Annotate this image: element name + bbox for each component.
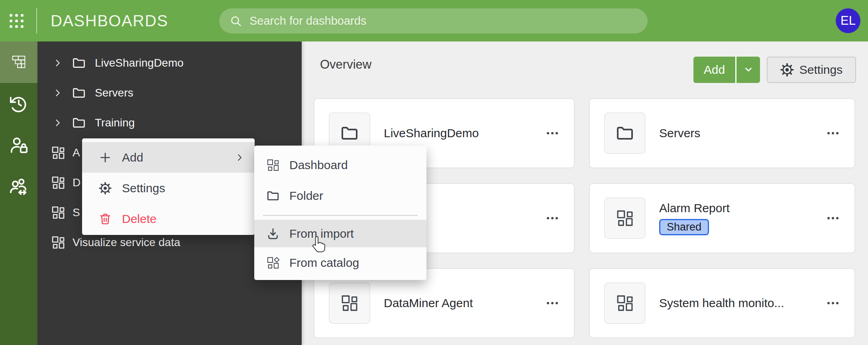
- card-title: DataMiner Agent: [384, 296, 473, 310]
- card-system-health[interactable]: System health monito...: [589, 268, 855, 338]
- submenu-item-from-import[interactable]: From import: [254, 220, 426, 247]
- menu-item-label: Settings: [122, 181, 165, 195]
- card-alarm-report[interactable]: Alarm Report Shared: [589, 183, 855, 253]
- card-title: System health monito...: [659, 296, 784, 310]
- context-menu: Add Settings: [82, 138, 255, 235]
- context-menu-item-add[interactable]: Add: [82, 142, 255, 173]
- submenu-chevron-right-icon: [235, 153, 244, 162]
- app-title: DASHBOARDS: [51, 12, 168, 30]
- context-menu-item-delete[interactable]: Delete: [82, 203, 255, 234]
- card-thumbnail: [604, 112, 646, 154]
- menu-item-label: From import: [289, 227, 354, 241]
- rail-item-dashboards[interactable]: [0, 41, 37, 83]
- sidebar-folder-label: Servers: [95, 87, 133, 99]
- card-thumbnail: [604, 197, 646, 239]
- submenu-item-from-catalog[interactable]: From catalog: [254, 247, 426, 278]
- submenu-item-folder[interactable]: Folder: [254, 180, 426, 211]
- card-menu-button[interactable]: [547, 128, 558, 138]
- dashboard-grid-icon: [616, 209, 634, 227]
- dashboard-grid-icon: [51, 205, 65, 220]
- dashboards-tiles-icon: [10, 53, 28, 71]
- add-split-button[interactable]: Add: [693, 57, 760, 83]
- dashboard-grid-icon: [616, 294, 634, 312]
- icon-rail: [0, 41, 37, 345]
- settings-button[interactable]: Settings: [767, 57, 856, 83]
- topbar-divider: [36, 8, 37, 34]
- sidebar-dashboard-label: Visualize service data: [73, 236, 180, 249]
- folder-icon: [72, 116, 86, 130]
- folder-icon: [340, 124, 359, 143]
- dashboard-grid-icon: [51, 146, 65, 160]
- user-avatar[interactable]: EL: [836, 8, 860, 33]
- sidebar-folder-label: Training: [95, 116, 135, 129]
- folder-icon: [615, 124, 634, 143]
- card-servers[interactable]: Servers: [589, 98, 855, 168]
- sidebar-folder-servers[interactable]: Servers: [37, 78, 302, 108]
- sidebar-folder-training[interactable]: Training: [37, 108, 302, 138]
- app-launcher-waffle-icon[interactable]: [10, 14, 24, 28]
- dashboard-grid-icon: [340, 294, 359, 312]
- card-title: Servers: [659, 126, 700, 140]
- sidebar-dashboard-label: D: [73, 176, 81, 189]
- card-menu-button[interactable]: [547, 213, 558, 223]
- history-icon: [10, 95, 28, 113]
- card-title: Alarm Report: [659, 201, 730, 215]
- folder-icon: [72, 86, 86, 100]
- card-menu-button[interactable]: [547, 298, 558, 308]
- add-dropdown-toggle[interactable]: [735, 57, 760, 83]
- sidebar-dashboard-label: S: [73, 206, 80, 219]
- users-share-icon: [10, 177, 28, 196]
- gear-icon: [99, 182, 112, 195]
- sidebar-dashboard-label: A: [73, 146, 80, 159]
- folder-icon: [266, 189, 280, 203]
- shared-badge: Shared: [659, 219, 709, 235]
- context-menu-item-settings[interactable]: Settings: [82, 173, 255, 203]
- card-menu-button[interactable]: [827, 298, 839, 308]
- catalog-grid-icon: [266, 256, 280, 270]
- card-thumbnail: [329, 282, 370, 324]
- rail-item-user-permissions[interactable]: [0, 124, 37, 166]
- submenu-item-dashboard[interactable]: Dashboard: [254, 150, 426, 180]
- sidebar-folder-label: LiveSharingDemo: [95, 57, 184, 69]
- rail-item-history[interactable]: [0, 83, 37, 124]
- chevron-down-icon: [743, 65, 754, 75]
- plus-icon: [99, 151, 112, 164]
- page-title: Overview: [320, 57, 371, 72]
- chevron-right-icon[interactable]: [53, 59, 62, 67]
- folder-icon: [72, 56, 86, 70]
- submenu-divider: [254, 211, 426, 220]
- menu-item-label: From catalog: [289, 256, 359, 270]
- chevron-right-icon[interactable]: [53, 118, 62, 127]
- dashboard-grid-icon: [51, 235, 65, 250]
- add-button[interactable]: Add: [693, 57, 735, 83]
- dashboard-grid-icon: [51, 175, 65, 190]
- download-import-icon: [266, 227, 280, 241]
- sidebar-folder-livesharingdemo[interactable]: LiveSharingDemo: [37, 48, 302, 78]
- rail-item-live-sharing[interactable]: [0, 166, 37, 207]
- search-input[interactable]: [249, 14, 637, 28]
- menu-item-label: Add: [122, 151, 143, 164]
- add-submenu: Dashboard Folder From import Fro: [254, 146, 426, 280]
- top-bar: DASHBOARDS EL: [0, 0, 868, 41]
- search-bar[interactable]: [219, 8, 648, 34]
- gear-icon: [780, 63, 794, 77]
- card-title: LiveSharingDemo: [384, 126, 479, 140]
- card-menu-button[interactable]: [827, 128, 839, 138]
- menu-item-label: Folder: [289, 189, 323, 203]
- search-icon: [230, 15, 242, 28]
- card-thumbnail: [604, 282, 646, 324]
- menu-item-label: Dashboard: [289, 158, 348, 172]
- card-menu-button[interactable]: [827, 213, 839, 223]
- user-lock-icon: [10, 136, 28, 154]
- menu-item-label: Delete: [122, 212, 157, 226]
- settings-button-label: Settings: [799, 63, 842, 77]
- chevron-right-icon[interactable]: [53, 89, 62, 97]
- trash-icon: [99, 213, 112, 225]
- dashboard-grid-icon: [266, 158, 280, 172]
